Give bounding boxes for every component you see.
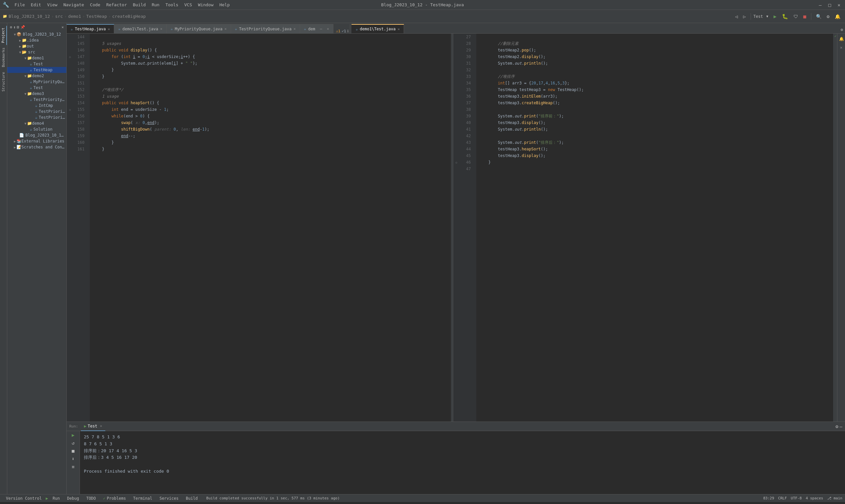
forward-button[interactable]: ▷ <box>741 13 747 20</box>
tab-close-icon[interactable]: ✕ <box>108 27 110 31</box>
run-stop-icon[interactable]: ■ <box>72 448 74 453</box>
tab-debug[interactable]: Debug <box>64 494 82 503</box>
tab-close-icon[interactable]: ✕ <box>398 27 400 31</box>
sidebar-sort-icon[interactable]: ↕ <box>14 25 16 29</box>
menu-build[interactable]: Build <box>130 2 148 8</box>
tab-tpq[interactable]: ☕ TestPriorityQueue.java ✕ <box>231 24 300 33</box>
bookmarks-tab[interactable]: Bookmarks <box>0 46 6 69</box>
tree-item-iml[interactable]: 📄 Blog_J2023_10_12.iml <box>7 132 66 138</box>
run-tab-test[interactable]: ▶ Test ✕ <box>81 422 106 431</box>
tree-item-tpq2[interactable]: ☕ TestPriorityQue <box>7 109 66 114</box>
tree-item-extlibs[interactable]: ▶ 📚 External Libraries <box>7 138 66 144</box>
tree-item-testheap[interactable]: ☕ TestHeap <box>7 67 66 73</box>
menu-help[interactable]: Help <box>217 2 232 8</box>
notifications-button[interactable]: 🔔 <box>833 13 842 20</box>
tree-item-intcmp[interactable]: ☕ IntCmp <box>7 103 66 109</box>
menu-edit[interactable]: Edit <box>28 2 43 8</box>
menu-view[interactable]: View <box>45 2 60 8</box>
tree-item-mypq[interactable]: ☕ MyPriorityQueue <box>7 79 66 85</box>
tab-problems[interactable]: ✓ Problems <box>100 494 129 503</box>
menu-file[interactable]: File <box>12 2 28 8</box>
tab-close-icon[interactable]: ✕ <box>327 27 329 31</box>
tab-terminal[interactable]: Terminal <box>130 494 156 503</box>
breadcrumb-demo1[interactable]: demo1 <box>68 14 81 19</box>
right-code-content[interactable]: //删除元素 testHeap2.pop(); testHeap2.displa… <box>476 34 838 421</box>
tree-item-project[interactable]: ▼ 📦 Blog_J2023_10_12 <box>7 31 66 37</box>
tree-item-src[interactable]: ▼ 📂 src <box>7 49 66 55</box>
debug-button[interactable]: 🐛 <box>780 12 790 21</box>
tree-item-tpq[interactable]: ☕ TestPriorityQueue.ja <box>7 97 66 103</box>
run-button[interactable]: ▶ <box>772 12 779 21</box>
tree-item-tpq3[interactable]: ☕ TestPriorityQueue2 <box>7 114 66 120</box>
tab-services[interactable]: Services <box>156 494 182 503</box>
tab-more-button[interactable]: ⋯ <box>317 27 325 31</box>
run-scroll-end-icon[interactable]: ⬇ <box>72 456 74 462</box>
coverage-button[interactable]: 🛡 <box>792 13 800 20</box>
charset-indicator[interactable]: UTF-8 <box>791 496 802 500</box>
tab-build[interactable]: Build <box>182 494 201 503</box>
tab-close-icon[interactable]: ✕ <box>294 27 296 31</box>
menu-tools[interactable]: Tools <box>163 2 181 8</box>
breadcrumb-project[interactable]: Blog_J2023_10_12 <box>8 14 50 19</box>
tab-test1[interactable]: ☕ demo1\Test.java ✕ <box>114 24 167 33</box>
maximize-button[interactable]: □ <box>826 2 833 8</box>
run-settings-icon[interactable]: ⚙ <box>835 424 838 429</box>
close-button[interactable]: ✕ <box>836 2 842 8</box>
tab-testheap[interactable]: ☕ TestHeap.java ✕ <box>67 24 114 33</box>
tab-close-icon[interactable]: ✕ <box>225 27 227 31</box>
tab-run[interactable]: Run <box>50 494 64 503</box>
structure-tab[interactable]: Structure <box>0 70 6 94</box>
tree-item-demo4[interactable]: ▼ 📁 demo4 <box>7 120 66 126</box>
breadcrumb-method[interactable]: createBigHeap <box>112 14 146 19</box>
sidebar-collapse-icon[interactable]: ⊟ <box>17 25 19 29</box>
crlf-indicator[interactable]: CRLF <box>778 496 787 500</box>
stop-button[interactable]: ■ <box>802 12 808 21</box>
sidebar-options-icon[interactable]: ⚙ <box>10 25 12 29</box>
sidebar-pin-icon[interactable]: 📌 <box>20 25 25 29</box>
tab-version-control[interactable]: Version Control <box>3 494 45 503</box>
right-close-tab[interactable]: ✕ <box>838 44 845 51</box>
tree-item-demo3[interactable]: ▼ 📁 demo3 <box>7 91 66 97</box>
project-tab[interactable]: Project <box>0 26 7 45</box>
menu-vcs[interactable]: VCS <box>181 2 194 8</box>
sidebar-close-icon[interactable]: ✕ <box>61 25 64 29</box>
run-rerun-icon[interactable]: ↺ <box>72 440 74 446</box>
tree-item-demo2[interactable]: ▼ 📁 demo2 <box>7 73 66 79</box>
git-indicator[interactable]: ⎇ main <box>827 496 842 500</box>
tab-close-icon[interactable]: ✕ <box>160 27 162 31</box>
tab-settings-icon[interactable]: ⚙ <box>839 26 845 33</box>
menu-run[interactable]: Run <box>149 2 162 8</box>
right-editor-pane[interactable]: ◇ 27 28 29 30 31 32 33 34 35 36 <box>453 34 838 421</box>
back-button[interactable]: ◁ <box>733 13 740 20</box>
run-collapse-icon[interactable]: — <box>840 424 842 429</box>
menu-code[interactable]: Code <box>87 2 103 8</box>
tab-todo[interactable]: TODO <box>83 494 99 503</box>
tab-mypq[interactable]: ☕ MyPriorityQueue.java ✕ <box>167 24 231 33</box>
tab-dem[interactable]: ☕ dem ⋯ ✕ <box>300 24 333 33</box>
notifications-tab[interactable]: 🔔 <box>838 35 845 42</box>
settings-button[interactable]: ⚙ <box>825 13 831 20</box>
indent-indicator[interactable]: 4 spaces <box>806 496 823 500</box>
tree-item-test2[interactable]: ☕ Test <box>7 85 66 91</box>
left-editor-pane[interactable]: ◇ ◇ <box>67 34 451 421</box>
run-play-icon[interactable]: ▶ <box>72 432 74 438</box>
left-code-content[interactable]: 5 usages public void display() { for (in… <box>90 34 451 421</box>
run-filter-icon[interactable]: ≡ <box>72 464 74 469</box>
run-tab-close[interactable]: ✕ <box>100 424 102 428</box>
search-everywhere-button[interactable]: 🔍 <box>814 13 824 20</box>
tree-item-out[interactable]: ▶ 📁 out <box>7 43 66 49</box>
menu-navigate[interactable]: Navigate <box>61 2 87 8</box>
run-config-dropdown[interactable]: ▼ <box>764 13 770 19</box>
tree-item-solution[interactable]: ☕ Solution <box>7 126 66 132</box>
tree-item-scratches[interactable]: ▶ 📝 Scratches and Consoles <box>7 144 66 150</box>
tree-item-demo1[interactable]: ▼ 📁 demo1 <box>7 55 66 61</box>
minimize-button[interactable]: — <box>817 2 824 8</box>
tab-right-test[interactable]: ☕ demo1\Test.java ✕ <box>352 24 404 33</box>
tree-item-idea[interactable]: ▶ 📁 .idea <box>7 37 66 43</box>
breadcrumb-src[interactable]: src <box>55 14 63 19</box>
line-col-indicator[interactable]: 83:29 <box>763 496 774 500</box>
menu-window[interactable]: Window <box>195 2 216 8</box>
tree-item-test1[interactable]: ☕ Test <box>7 61 66 67</box>
menu-refactor[interactable]: Refactor <box>104 2 130 8</box>
breadcrumb-testheap[interactable]: TestHeap <box>86 14 107 19</box>
